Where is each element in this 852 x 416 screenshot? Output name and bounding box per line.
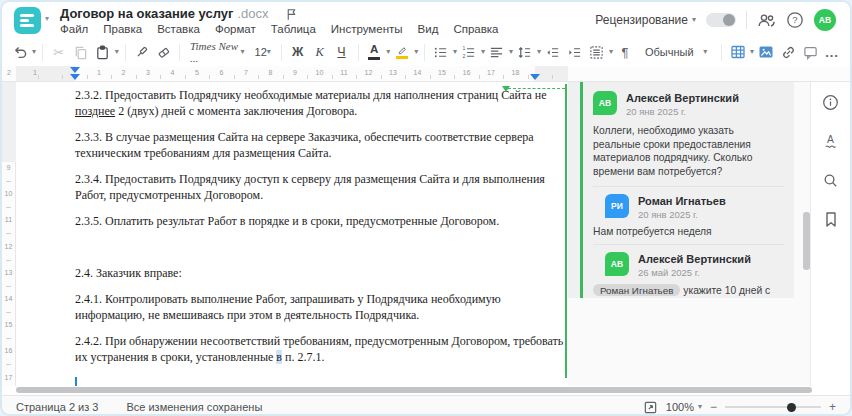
menu-item-5[interactable]: Таблица [271,23,316,35]
zoom-slider-knob[interactable] [787,403,796,412]
insert-image-button[interactable] [756,41,776,63]
menu-item-6[interactable]: Инструменты [331,23,403,35]
menu-item-8[interactable]: Справка [453,23,498,35]
comment-reply[interactable]: АВАлексей Вертинский26 май 2025 г.Роман … [593,244,784,298]
app-menu-caret-icon[interactable]: ▾ [45,14,49,23]
font-color-button[interactable]: А [364,41,384,63]
horizontal-ruler[interactable]: 21123456789101112131415161718 [2,66,850,82]
decrease-indent-button[interactable] [543,41,563,63]
line-spacing-button[interactable] [515,41,535,63]
menu-item-1[interactable]: Файл [60,23,88,35]
zoom-level-select[interactable]: 100% ▾ [666,401,702,413]
zoom-out-button[interactable]: − [710,400,717,414]
menu-item-2[interactable]: Правка [103,23,142,35]
numbered-list-button[interactable]: 1 2 [459,41,479,63]
spellcheck-icon[interactable]: А [822,133,839,150]
fit-page-icon[interactable] [643,400,658,415]
right-indent-marker[interactable] [530,74,540,80]
paragraph: 2.3.3. В случае размещения Сайта на серв… [75,129,567,161]
undo-button[interactable] [10,41,30,63]
app-window: ▾ Договор на оказание услуг .docx ФайлПр… [0,0,852,416]
bookmark-icon[interactable] [823,211,839,228]
align-caret-icon[interactable]: ▾ [509,48,513,56]
highlight-color-button[interactable] [392,41,412,63]
ruler-number: 1 [33,69,37,76]
font-size-select[interactable]: 12 ▾ [251,41,275,63]
italic-button[interactable]: К [310,41,330,63]
font-family-select[interactable]: Times New ... ▾ [186,41,249,63]
ruler-tick [479,75,480,79]
increase-indent-button[interactable] [565,41,585,63]
insert-comment-button[interactable] [800,41,820,63]
menu-item-4[interactable]: Формат [215,23,256,35]
paragraph-settings-button[interactable] [587,41,607,63]
comment-anchor-line [508,88,565,89]
comment-reply[interactable]: РИРоман Игнатьев20 янв 2025 г.Нам потреб… [593,186,784,237]
bullet-list-button[interactable] [431,41,451,63]
paste-caret-icon[interactable]: ▾ [115,48,119,56]
paste-button[interactable] [93,41,113,63]
status-bar: Страница 2 из 3 Все изменения сохранены … [2,395,850,416]
collaboration-icon[interactable] [757,12,776,29]
insert-table-button[interactable] [728,41,748,63]
left-indent-marker[interactable] [70,67,80,73]
reply-author-name: Роман Игнатьев [638,195,726,207]
reply-author-name: Алексей Вертинский [638,253,751,265]
clear-formatting-icon[interactable] [153,41,173,63]
document-extension: .docx [237,6,268,21]
document-page[interactable]: 2.3.2. Предоставить Подрядчику необходим… [16,82,568,386]
paragraph-style-select[interactable]: Обычный ▾ [641,41,711,63]
zoom-in-button[interactable]: + [829,400,836,414]
ruler-number: 13 [389,69,397,76]
app-logo-icon[interactable] [14,7,41,34]
insert-link-button[interactable] [778,41,798,63]
vertical-ruler[interactable]: 91011121314151617181920 [2,162,16,386]
more-tools-button[interactable]: ... [822,41,842,63]
bold-button[interactable]: Ж [288,41,308,63]
numbered-list-caret-icon[interactable]: ▾ [481,48,485,56]
ruler-tick [234,75,235,79]
underline-button[interactable]: Ч [332,41,352,63]
comment-thread[interactable]: АВ Алексей Вертинский 20 янв 2025 г. Кол… [580,82,794,298]
menu-item-3[interactable]: Вставка [157,23,200,35]
table-caret-icon[interactable]: ▾ [750,48,754,56]
highlight-caret-icon[interactable]: ▾ [414,48,418,56]
help-icon[interactable]: ? [786,11,804,29]
horizontal-scrollbar[interactable] [16,387,812,393]
document-text[interactable]: 2.3.2. Предоставить Подрядчику необходим… [75,87,567,386]
font-color-caret-icon[interactable]: ▾ [386,48,390,56]
ruler-tick [185,75,186,79]
cut-button[interactable]: ✂ [49,41,69,63]
text-run: п. 2.7.1. [282,350,324,364]
menu-item-7[interactable]: Вид [418,23,439,35]
copy-button[interactable] [71,41,91,63]
paragraph-settings-caret-icon[interactable]: ▾ [609,48,613,56]
format-painter-icon[interactable] [131,41,151,63]
info-icon[interactable] [822,94,839,111]
flag-icon[interactable] [285,7,298,21]
review-mode-dropdown[interactable]: Рецензирование ▾ [595,13,696,27]
bullet-list-caret-icon[interactable]: ▾ [453,48,457,56]
ruler-number: 16 [463,69,471,76]
hanging-indent-marker[interactable] [70,74,80,80]
comments-scrollbar[interactable] [803,212,810,270]
zoom-slider[interactable] [725,406,821,408]
review-toggle[interactable] [706,13,736,27]
ruler-tick [87,75,88,79]
text-run: информацию, не вмешиваясь при этом в дея… [75,308,419,322]
user-avatar[interactable]: АВ [814,9,836,31]
ruler-number: 10 [316,69,324,76]
ruler-number: 11 [2,216,15,223]
ruler-tick [6,260,11,261]
search-icon[interactable] [822,172,839,189]
show-formatting-marks-button[interactable]: ¶ [615,41,635,63]
review-mode-label: Рецензирование [595,13,688,27]
align-left-button[interactable] [487,41,507,63]
document-canvas[interactable]: 2.3.2. Предоставить Подрядчику необходим… [2,82,852,386]
mention-chip[interactable]: Роман Игнатьев [593,284,680,296]
header: ▾ Договор на оказание услуг .docx ФайлПр… [2,2,850,38]
undo-caret-icon[interactable]: ▾ [32,48,36,56]
text-run: техническим требованиям для размещения С… [75,146,332,160]
line-spacing-caret-icon[interactable]: ▾ [537,48,541,56]
chevron-down-icon: ▾ [692,16,696,24]
